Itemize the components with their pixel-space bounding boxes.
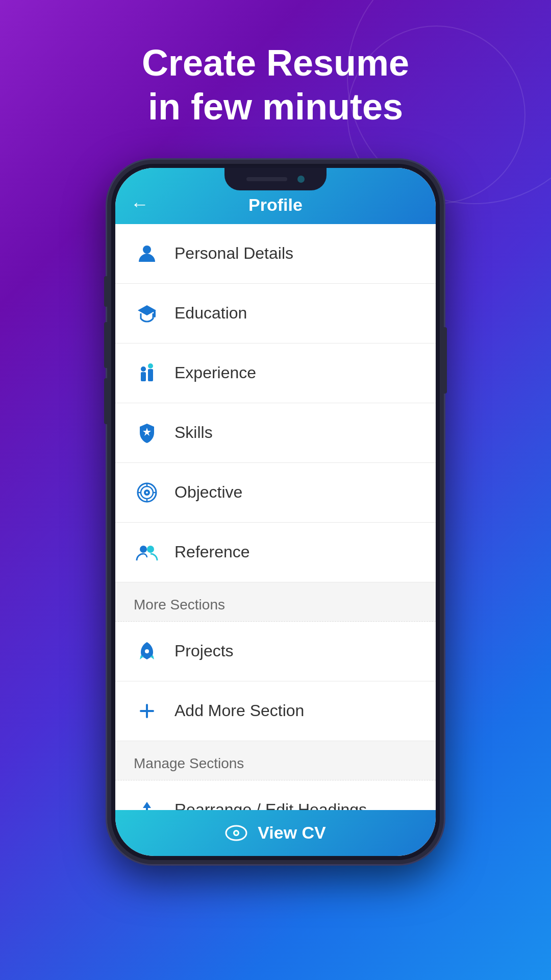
bottom-bar[interactable]: View CV bbox=[115, 810, 436, 856]
reference-icon bbox=[134, 539, 160, 566]
app-content: Personal Details Education bbox=[115, 224, 436, 810]
updown-icon bbox=[134, 797, 160, 810]
back-button[interactable]: ← bbox=[131, 193, 149, 215]
add-more-section-label: Add More Section bbox=[174, 701, 304, 720]
more-sections-header: More Sections bbox=[115, 582, 436, 622]
menu-item-objective[interactable]: Objective bbox=[115, 463, 436, 523]
education-icon bbox=[134, 300, 160, 327]
svg-rect-1 bbox=[154, 310, 156, 317]
skills-label: Skills bbox=[174, 423, 213, 442]
svg-point-17 bbox=[145, 649, 149, 653]
volume-up-btn bbox=[104, 322, 111, 368]
objective-label: Objective bbox=[174, 483, 242, 502]
rearrange-edit-headings-label: Rearrange / Edit Headings bbox=[174, 800, 367, 810]
speaker bbox=[246, 177, 287, 181]
menu-item-experience[interactable]: Experience bbox=[115, 344, 436, 403]
svg-point-0 bbox=[143, 246, 151, 254]
eye-icon bbox=[225, 824, 247, 842]
plus-icon bbox=[134, 698, 160, 724]
svg-point-5 bbox=[148, 363, 153, 369]
svg-point-4 bbox=[141, 366, 146, 372]
phone-screen: ← Profile Personal Details bbox=[115, 168, 436, 856]
svg-point-15 bbox=[140, 546, 147, 553]
svg-rect-19 bbox=[140, 710, 154, 712]
menu-item-projects[interactable]: Projects bbox=[115, 622, 436, 681]
power-btn bbox=[440, 327, 447, 394]
svg-rect-3 bbox=[148, 369, 153, 381]
notch bbox=[224, 168, 327, 190]
education-label: Education bbox=[174, 304, 247, 323]
volume-silent-btn bbox=[104, 276, 111, 307]
svg-rect-2 bbox=[141, 372, 146, 381]
view-cv-label: View CV bbox=[258, 823, 326, 843]
target-icon bbox=[134, 479, 160, 506]
menu-item-skills[interactable]: Skills bbox=[115, 403, 436, 463]
shield-star-icon bbox=[134, 420, 160, 446]
svg-point-16 bbox=[147, 546, 154, 553]
menu-item-add-more-section[interactable]: Add More Section bbox=[115, 681, 436, 741]
header-title: Profile bbox=[159, 195, 392, 215]
svg-point-25 bbox=[235, 831, 238, 835]
svg-marker-20 bbox=[143, 802, 151, 808]
projects-label: Projects bbox=[174, 642, 234, 660]
camera bbox=[297, 176, 305, 183]
rocket-icon bbox=[134, 638, 160, 665]
menu-item-personal-details[interactable]: Personal Details bbox=[115, 224, 436, 284]
menu-item-reference[interactable]: Reference bbox=[115, 523, 436, 582]
personal-details-label: Personal Details bbox=[174, 244, 293, 263]
experience-label: Experience bbox=[174, 363, 256, 382]
menu-item-rearrange-edit-headings[interactable]: Rearrange / Edit Headings bbox=[115, 780, 436, 810]
reference-label: Reference bbox=[174, 543, 250, 561]
svg-point-10 bbox=[146, 492, 148, 494]
hero-headline: Create Resume in few minutes bbox=[111, 41, 440, 129]
volume-down-btn bbox=[104, 378, 111, 424]
experience-icon bbox=[134, 360, 160, 386]
manage-sections-header: Manage Sections bbox=[115, 741, 436, 780]
phone-frame: ← Profile Personal Details bbox=[107, 160, 444, 864]
person-icon bbox=[134, 240, 160, 267]
menu-item-education[interactable]: Education bbox=[115, 284, 436, 344]
